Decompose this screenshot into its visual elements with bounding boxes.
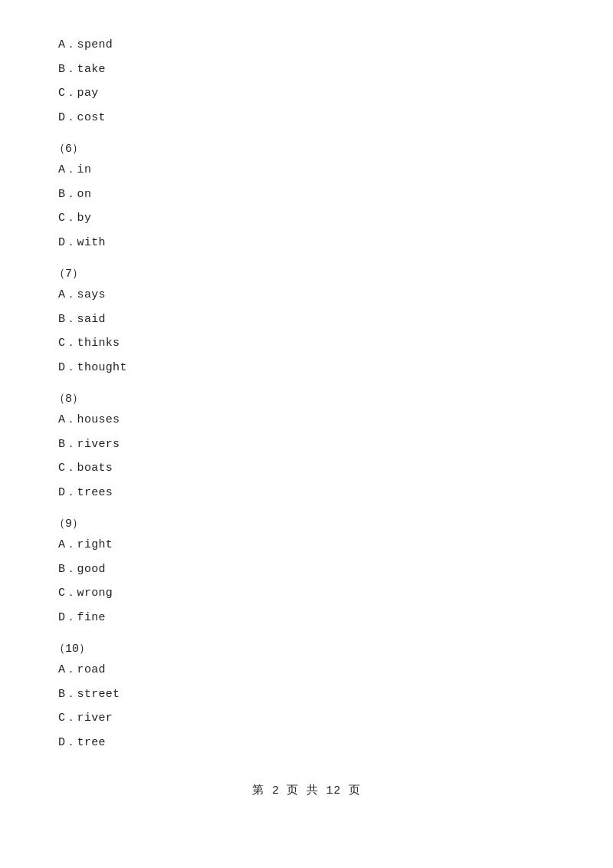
option-8-A: A．houses [46,410,567,430]
question-number-8: （8） [46,391,567,406]
question-block-8: （8） A．houses B．rivers C．boats D．trees [46,391,567,502]
option-10-C: C．river [46,709,567,728]
option-9-A: A．right [46,535,567,555]
option-10-D: D．tree [46,733,567,753]
option-8-B: B．rivers [46,435,567,455]
option-6-A: A．in [46,160,567,180]
option-8-D: D．trees [46,483,567,503]
question-block-10: （10） A．road B．street C．river D．tree [46,641,567,752]
option-0-B: B．take [46,60,567,80]
option-9-D: D．fine [46,608,567,628]
option-6-B: B．on [46,185,567,205]
question-block-9: （9） A．right B．good C．wrong D．fine [46,516,567,627]
question-block-6: （6） A．in B．on C．by D．with [46,141,567,252]
question-number-6: （6） [46,141,567,156]
option-7-A: A．says [46,285,567,305]
page-footer: 第 2 页 共 12 页 [46,783,567,797]
option-6-C: C．by [46,209,567,229]
content-area: A．spend B．take C．pay D．cost （6） A．in B．o… [46,35,567,797]
option-7-D: D．thought [46,358,567,378]
option-8-C: C．boats [46,459,567,478]
question-block-7: （7） A．says B．said C．thinks D．thought [46,266,567,377]
option-0-D: D．cost [46,108,567,128]
option-9-C: C．wrong [46,584,567,603]
option-7-C: C．thinks [46,334,567,353]
option-10-A: A．road [46,660,567,680]
question-number-10: （10） [46,641,567,656]
option-6-D: D．with [46,233,567,253]
option-0-A: A．spend [46,35,567,55]
question-number-9: （9） [46,516,567,531]
question-block-0: A．spend B．take C．pay D．cost [46,35,567,127]
option-0-C: C．pay [46,84,567,104]
option-10-B: B．street [46,685,567,705]
option-9-B: B．good [46,560,567,580]
option-7-B: B．said [46,310,567,330]
question-number-7: （7） [46,266,567,281]
